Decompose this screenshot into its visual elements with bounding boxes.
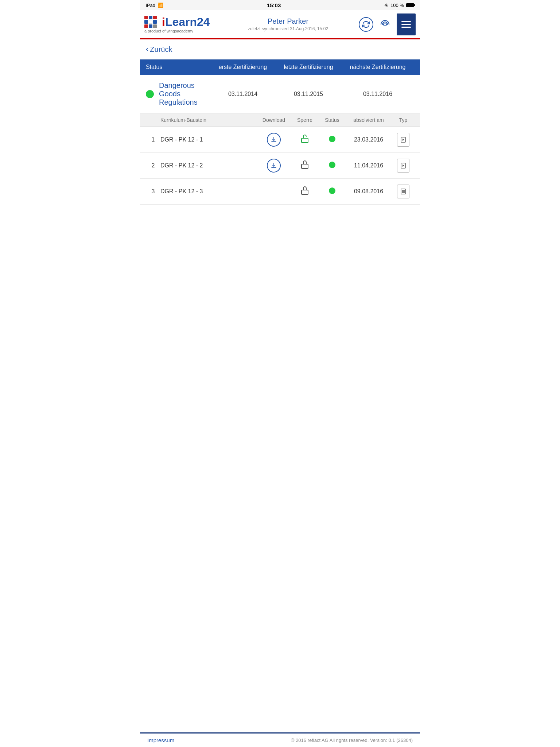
header-center: Peter Parker zuletzt synchronisiert 31.A… (217, 17, 359, 31)
user-name: Peter Parker (217, 17, 359, 26)
download-button[interactable] (267, 159, 281, 173)
lock-closed-icon (300, 186, 309, 197)
menu-button[interactable] (397, 13, 416, 35)
module-status-dot (329, 162, 335, 168)
play-type-icon (397, 133, 409, 147)
radio-button[interactable] (378, 17, 392, 32)
course-next-cert: 03.11.2016 (341, 91, 414, 97)
device-label: iPad (146, 3, 155, 8)
module-date: 23.03.2016 (345, 136, 392, 143)
module-type (392, 133, 414, 147)
course-row: Dangerous Goods Regulations 03.11.2014 0… (140, 75, 420, 113)
module-status (319, 162, 345, 170)
course-first-cert: 03.11.2014 (210, 91, 276, 97)
svg-rect-7 (302, 190, 308, 194)
status-bar-left: iPad 📶 (146, 3, 163, 8)
course-name[interactable]: Dangerous Goods Regulations (159, 81, 210, 107)
play-type-icon (397, 159, 409, 173)
sub-col-download: Download (257, 117, 290, 123)
svg-point-0 (384, 23, 386, 26)
bluetooth-icon: ✳ (384, 3, 388, 8)
svg-rect-4 (302, 164, 308, 169)
module-name[interactable]: DGR - PK 12 - 3 (160, 188, 257, 195)
sub-col-date: absolviert am (345, 117, 392, 123)
sub-col-lock: Sperre (290, 117, 319, 123)
sub-col-type: Typ (392, 117, 414, 123)
module-type (392, 185, 414, 198)
logo-grid-icon (144, 16, 157, 28)
module-lock (290, 160, 319, 171)
module-status-dot (329, 187, 335, 194)
col-last-cert: letzte Zertifizierung (276, 64, 341, 70)
module-date: 09.08.2016 (345, 188, 392, 195)
course-status-dot (146, 90, 154, 98)
wifi-icon: 📶 (158, 3, 163, 8)
module-date: 11.04.2016 (345, 162, 392, 169)
modules-list: 1DGR - PK 12 - 1 23.03.2016 2DGR - PK 12… (140, 127, 420, 205)
sub-col-name: Kurrikulum-Baustein (160, 117, 257, 123)
status-bar-time: 15:03 (267, 2, 281, 8)
col-next-cert: nächste Zertifizierung (341, 64, 414, 70)
course-name-cell: Dangerous Goods Regulations (146, 81, 210, 107)
module-status-dot (329, 136, 335, 142)
module-row: 2DGR - PK 12 - 2 11.04.2016 (140, 153, 420, 179)
module-type (392, 159, 414, 173)
sync-button[interactable] (359, 17, 373, 32)
svg-marker-3 (402, 139, 404, 141)
module-lock (290, 134, 319, 146)
module-num: 1 (146, 136, 160, 143)
list-type-icon (397, 185, 409, 198)
lock-open-icon (300, 134, 309, 146)
status-bar: iPad 📶 15:03 ✳ 100 % (140, 0, 420, 10)
battery-icon (406, 3, 414, 7)
back-button[interactable]: ‹ Zurück (146, 44, 172, 54)
logo-sub: a product of wingsacademy (144, 29, 193, 33)
module-num: 2 (146, 162, 160, 169)
module-subheader: Kurrikulum-Baustein Download Sperre Stat… (140, 113, 420, 127)
status-bar-right: ✳ 100 % (384, 3, 414, 8)
header-icons (359, 13, 416, 35)
svg-marker-6 (402, 165, 404, 167)
logo-text: iLearn24 (162, 16, 210, 28)
battery-label: 100 % (390, 3, 404, 8)
module-status (319, 187, 345, 196)
module-name[interactable]: DGR - PK 12 - 2 (160, 162, 257, 169)
col-first-cert: erste Zertifizierung (210, 64, 276, 70)
course-last-cert: 03.11.2015 (276, 91, 341, 97)
table-header: Status erste Zertifizierung letzte Zerti… (140, 59, 420, 75)
module-num: 3 (146, 188, 160, 195)
sync-status: zuletzt synchronisiert 31.Aug.2016, 15:0… (217, 26, 359, 31)
logo-area: iLearn24 a product of wingsacademy (144, 16, 217, 33)
module-download[interactable] (257, 159, 290, 173)
module-status (319, 136, 345, 144)
download-button[interactable] (267, 133, 281, 147)
module-download[interactable] (257, 133, 290, 147)
back-chevron-icon: ‹ (146, 44, 148, 54)
module-row: 1DGR - PK 12 - 1 23.03.2016 (140, 127, 420, 153)
module-row: 3DGR - PK 12 - 3 09.08.2016 (140, 179, 420, 205)
app-header: iLearn24 a product of wingsacademy Peter… (140, 10, 420, 39)
lock-closed-icon (300, 160, 309, 171)
back-label: Zurück (150, 45, 172, 54)
module-name[interactable]: DGR - PK 12 - 1 (160, 136, 257, 143)
back-nav: ‹ Zurück (140, 39, 420, 59)
svg-rect-1 (302, 138, 308, 143)
module-lock (290, 186, 319, 197)
sub-col-status: Status (319, 117, 345, 123)
col-status: Status (146, 64, 210, 70)
